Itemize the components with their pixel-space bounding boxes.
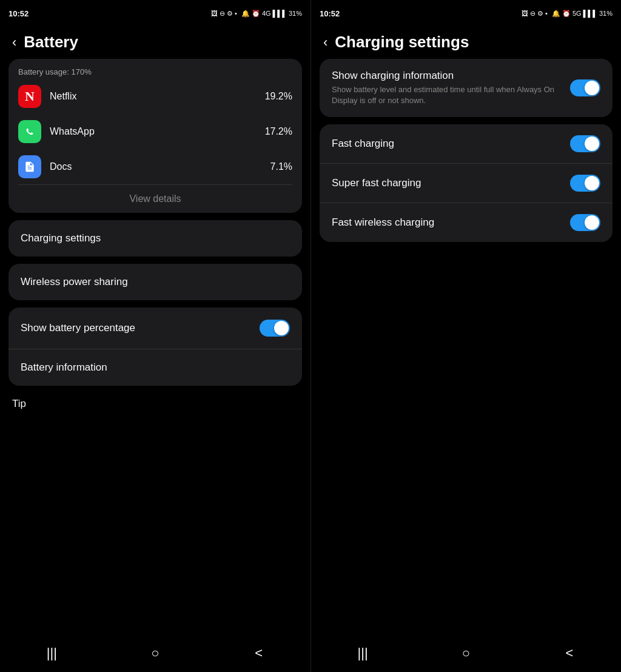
tip-label: Tip xyxy=(8,393,302,415)
wireless-power-sharing-item[interactable]: Wireless power sharing xyxy=(8,264,302,300)
list-item[interactable]: N Netflix 19.2% xyxy=(8,79,302,114)
show-charging-subtitle: Show battery level and estimated time un… xyxy=(332,84,560,106)
whatsapp-icon xyxy=(18,120,41,143)
battery-content: Battery usage: 170% N Netflix 19.2% What… xyxy=(0,59,310,638)
app-name-netflix: Netflix xyxy=(50,91,257,102)
show-charging-title: Show charging information xyxy=(332,70,560,82)
fast-wireless-charging-label: Fast wireless charging xyxy=(332,217,434,229)
netflix-icon: N xyxy=(18,85,41,108)
battery-usage-card: Battery usage: 170% N Netflix 19.2% What… xyxy=(8,59,302,213)
app-name-docs: Docs xyxy=(50,161,262,172)
back-button-left[interactable]: ‹ xyxy=(12,35,16,50)
time-right: 10:52 xyxy=(320,9,340,18)
app-pct-docs: 7.1% xyxy=(270,161,292,172)
battery-panel: 10:52 🖼 ⊖ ⚙ • 🔔 ⏰ 4G ▌▌▌ 31% ‹ Battery B… xyxy=(0,0,310,672)
super-fast-charging-toggle[interactable] xyxy=(570,175,600,192)
back-nav-icon-right[interactable]: < xyxy=(557,641,582,665)
home-icon-right[interactable]: ○ xyxy=(454,641,478,665)
status-bar-right: 10:52 🖼 ⊖ ⚙ • 🔔 ⏰ 5G ▌▌▌ 31% xyxy=(311,0,621,22)
app-pct-netflix: 19.2% xyxy=(265,91,292,102)
charging-content: Show charging information Show battery l… xyxy=(311,59,621,638)
header-right: ‹ Charging settings xyxy=(311,22,621,59)
app-pct-whatsapp: 17.2% xyxy=(265,126,292,137)
status-icons-left: 🖼 ⊖ ⚙ • 🔔 ⏰ 4G ▌▌▌ 31% xyxy=(211,10,302,18)
battery-extra-card: Show battery percentage Battery informat… xyxy=(8,307,302,386)
show-charging-row[interactable]: Show charging information Show battery l… xyxy=(320,59,613,117)
charging-options-card: Fast charging Super fast charging Fast w… xyxy=(320,124,613,242)
status-icons-right: 🖼 ⊖ ⚙ • 🔔 ⏰ 5G ▌▌▌ 31% xyxy=(522,10,613,18)
fast-wireless-charging-toggle[interactable] xyxy=(570,214,600,231)
list-item[interactable]: Docs 7.1% xyxy=(8,149,302,184)
show-battery-pct-item[interactable]: Show battery percentage xyxy=(8,307,302,349)
fast-charging-label: Fast charging xyxy=(332,138,394,150)
page-title-left: Battery xyxy=(24,33,78,52)
docs-icon xyxy=(18,155,41,178)
show-charging-card: Show charging information Show battery l… xyxy=(320,59,613,117)
show-charging-toggle[interactable] xyxy=(570,79,600,96)
back-nav-icon[interactable]: < xyxy=(247,641,271,665)
nav-bar-left: ||| ○ < xyxy=(0,638,310,672)
recent-apps-icon[interactable]: ||| xyxy=(39,641,64,665)
super-fast-charging-row[interactable]: Super fast charging xyxy=(320,164,613,203)
recent-apps-icon-right[interactable]: ||| xyxy=(351,641,375,665)
battery-information-item[interactable]: Battery information xyxy=(8,349,302,386)
charging-settings-panel: 10:52 🖼 ⊖ ⚙ • 🔔 ⏰ 5G ▌▌▌ 31% ‹ Charging … xyxy=(310,0,621,672)
header-left: ‹ Battery xyxy=(0,22,310,59)
view-details-button[interactable]: View details xyxy=(8,185,302,213)
fast-wireless-charging-row[interactable]: Fast wireless charging xyxy=(320,203,613,242)
battery-pct-left: 31% xyxy=(289,10,302,17)
fast-charging-toggle[interactable] xyxy=(570,135,600,152)
app-name-whatsapp: WhatsApp xyxy=(50,126,257,137)
home-icon[interactable]: ○ xyxy=(143,641,167,665)
list-item[interactable]: WhatsApp 17.2% xyxy=(8,114,302,149)
battery-usage-label: Battery usage: 170% xyxy=(8,59,302,79)
super-fast-charging-label: Super fast charging xyxy=(332,177,421,189)
back-button-right[interactable]: ‹ xyxy=(323,35,327,50)
fast-charging-row[interactable]: Fast charging xyxy=(320,124,613,163)
status-bar-left: 10:52 🖼 ⊖ ⚙ • 🔔 ⏰ 4G ▌▌▌ 31% xyxy=(0,0,310,22)
show-battery-pct-toggle[interactable] xyxy=(260,320,290,337)
charging-settings-item[interactable]: Charging settings xyxy=(8,220,302,257)
battery-pct-right: 31% xyxy=(599,10,613,17)
nav-bar-right: ||| ○ < xyxy=(311,638,621,672)
page-title-right: Charging settings xyxy=(335,33,469,52)
time-left: 10:52 xyxy=(8,9,29,18)
